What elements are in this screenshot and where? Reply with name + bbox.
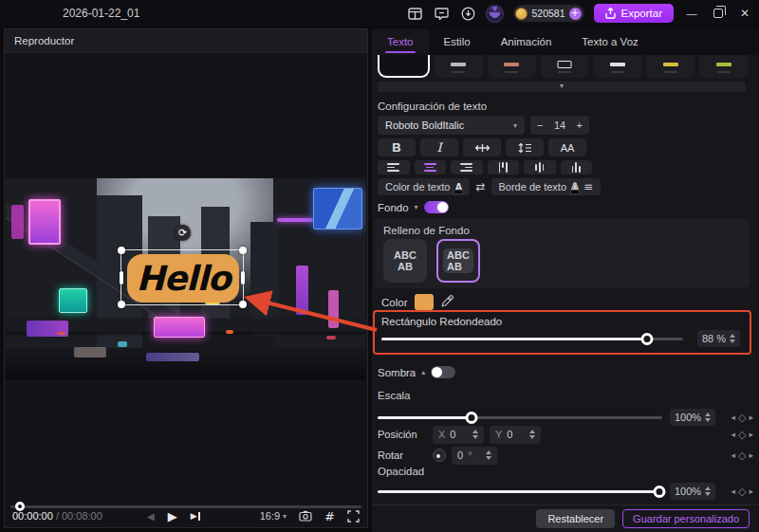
next-frame-button[interactable]: ▶ — [191, 511, 200, 521]
titlebar: 2026-01-22_01 520581 + Exportar — — [0, 0, 759, 27]
tab-estilo[interactable]: Estilo — [429, 28, 486, 55]
preset-thumb-selected[interactable] — [378, 55, 430, 78]
tab-animacion[interactable]: Animación — [486, 28, 567, 55]
swap-icon[interactable]: ⇄ — [475, 180, 485, 193]
player-controls: 00:00:00 / 00:08:00 ◀ ▶ ▶ 16:9▾ # — [5, 504, 367, 527]
opacidad-keyframe-controls[interactable]: ◂◇▸ — [731, 486, 753, 498]
user-avatar[interactable] — [486, 5, 504, 23]
preset-thumb[interactable] — [593, 55, 641, 78]
preset-thumb[interactable] — [646, 55, 694, 78]
rotar-keyframe-controls[interactable]: ◂◇▸ — [731, 449, 753, 462]
export-button[interactable]: Exportar — [594, 4, 674, 23]
text-selection-box[interactable]: Hello — [120, 249, 244, 305]
sombra-collapse-icon[interactable]: ▴ — [421, 368, 425, 376]
opacidad-value-box[interactable]: 100% — [670, 483, 715, 500]
snapshot-icon[interactable] — [299, 510, 312, 522]
rounded-rect-slider-handle[interactable] — [640, 333, 653, 345]
spinner[interactable] — [705, 413, 711, 422]
rounded-rect-slider[interactable] — [381, 338, 683, 340]
stroke-width-icon[interactable]: ≡ — [583, 180, 593, 193]
preset-thumb[interactable] — [699, 55, 748, 78]
fondo-section: Relleno de Fondo ABCAB ABCAB — [374, 218, 750, 288]
bold-button[interactable]: B — [378, 138, 416, 156]
rounded-rect-value-box[interactable]: 88 % — [697, 330, 740, 347]
letter-spacing-button[interactable] — [463, 138, 501, 156]
fondo-collapse-icon[interactable]: ▾ — [415, 203, 418, 211]
bg-fill-style-block[interactable]: ABCAB — [436, 239, 480, 283]
spinner[interactable] — [730, 334, 735, 343]
handle-left[interactable] — [120, 271, 123, 284]
spinner[interactable] — [529, 430, 535, 439]
valign-middle-button[interactable] — [524, 160, 556, 174]
escala-slider-handle[interactable] — [466, 412, 478, 424]
pos-x-input[interactable]: X 0 — [433, 426, 484, 444]
align-left-button[interactable] — [378, 160, 410, 174]
fullscreen-icon[interactable] — [347, 510, 360, 523]
relleno-label: Relleno de Fondo — [383, 225, 470, 236]
video-frame[interactable]: ⟳ Hello — [6, 178, 366, 380]
italic-button[interactable]: I — [420, 138, 458, 156]
size-value[interactable]: 14 — [554, 119, 565, 131]
eyedropper-icon[interactable] — [441, 295, 454, 309]
opacidad-slider[interactable] — [378, 490, 662, 493]
download-icon[interactable] — [459, 5, 476, 22]
tab-texto-a-voz[interactable]: Texto a Voz — [566, 28, 653, 55]
bg-color-swatch[interactable] — [415, 294, 434, 310]
neon-sign-vert-pink — [328, 290, 339, 328]
font-family-select[interactable]: Roboto BoldItalic ▾ — [378, 116, 525, 135]
line-spacing-button[interactable] — [506, 138, 544, 156]
tab-texto[interactable]: Texto — [372, 28, 429, 55]
spinner[interactable] — [486, 450, 491, 460]
handle-bottom-left[interactable] — [118, 301, 125, 308]
restore-button[interactable] — [710, 5, 727, 22]
handle-top-left[interactable] — [118, 247, 125, 254]
prev-frame-button[interactable]: ◀ — [147, 511, 155, 522]
valign-top-button[interactable] — [488, 160, 520, 174]
spinner[interactable] — [472, 430, 478, 439]
feedback-icon[interactable] — [433, 5, 450, 22]
bg-fill-style-plain[interactable]: ABCAB — [383, 239, 427, 283]
close-button[interactable]: ✕ — [736, 5, 753, 22]
aspect-ratio-select[interactable]: 16:9▾ — [260, 510, 287, 522]
rotar-input[interactable]: 0 ° — [452, 447, 497, 465]
add-credits-icon[interactable]: + — [569, 8, 582, 20]
preset-thumb[interactable] — [541, 55, 589, 78]
size-plus-button[interactable]: + — [577, 119, 583, 131]
rotation-dial[interactable] — [433, 449, 446, 462]
grid-icon[interactable]: # — [324, 509, 335, 523]
preset-expander[interactable]: ▾ — [378, 82, 746, 92]
handle-bottom-right[interactable] — [239, 301, 247, 308]
size-minus-button[interactable]: − — [537, 119, 543, 131]
fondo-toggle[interactable] — [424, 201, 449, 213]
handle-right[interactable] — [241, 271, 245, 284]
play-button[interactable]: ▶ — [168, 509, 177, 523]
escala-value-box[interactable]: 100% — [670, 409, 715, 426]
save-custom-button[interactable]: Guardar personalizado — [622, 509, 750, 528]
reset-button[interactable]: Restablecer — [536, 509, 615, 528]
overlay-text[interactable]: Hello — [137, 259, 231, 298]
spinner[interactable] — [705, 486, 711, 496]
handle-top-right[interactable] — [239, 247, 247, 254]
preset-thumb[interactable] — [435, 55, 483, 78]
text-border-button[interactable]: Borde de texto A ≡ — [491, 178, 602, 195]
player-header: Reproductor — [5, 29, 367, 53]
escala-slider[interactable] — [378, 416, 662, 419]
credits-badge[interactable]: 520581 + — [513, 5, 583, 22]
border-a-icon: A — [571, 182, 579, 192]
align-center-button[interactable] — [415, 160, 447, 174]
escala-keyframe-controls[interactable]: ◂◇▸ — [731, 412, 753, 424]
sombra-toggle[interactable] — [431, 366, 455, 378]
panel-tabs: Texto Estilo Animación Texto a Voz — [372, 28, 759, 55]
text-color-button[interactable]: Color de texto A — [378, 178, 470, 195]
align-right-button[interactable] — [451, 160, 483, 174]
layout-icon[interactable] — [406, 5, 423, 22]
caps-button[interactable]: AA — [548, 138, 586, 156]
pos-y-input[interactable]: Y 0 — [490, 426, 541, 444]
rotate-handle[interactable]: ⟳ — [175, 225, 191, 241]
minimize-button[interactable]: — — [683, 5, 700, 22]
preset-thumb[interactable] — [488, 55, 536, 78]
valign-bottom-button[interactable] — [561, 160, 593, 174]
opacidad-slider-handle[interactable] — [654, 486, 666, 498]
posicion-keyframe-controls[interactable]: ◂◇▸ — [731, 429, 753, 441]
text-background-chip[interactable]: Hello — [127, 254, 239, 303]
